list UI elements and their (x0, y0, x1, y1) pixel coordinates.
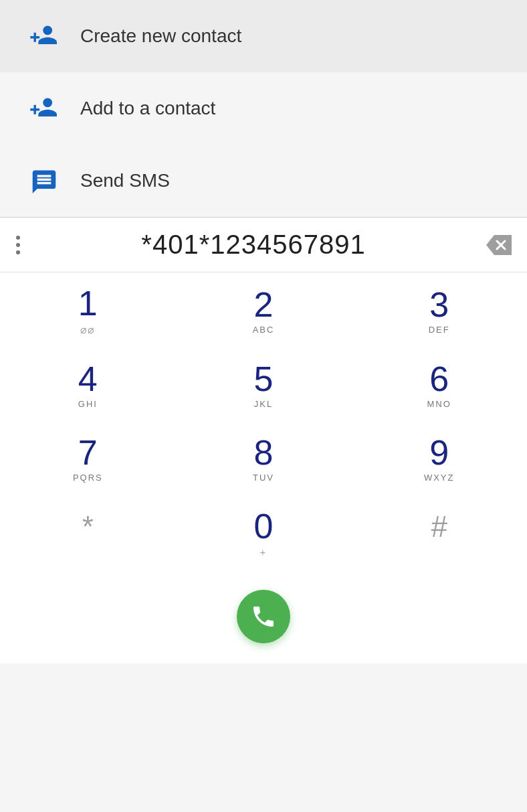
key-8-sub: TUV (253, 473, 274, 483)
key-3-digit: 3 (429, 287, 449, 322)
key-9[interactable]: 9 WXYZ (351, 422, 527, 495)
key-7[interactable]: 7 PQRS (0, 422, 176, 495)
key-star[interactable]: * (0, 495, 176, 570)
phone-icon (250, 603, 277, 630)
key-1[interactable]: 1 ⌀⌀ (0, 272, 176, 348)
key-star-digit: * (82, 512, 94, 542)
backspace-button[interactable] (482, 232, 516, 258)
key-3-sub: DEF (429, 325, 450, 335)
key-5[interactable]: 5 JKL (176, 348, 352, 422)
key-1-digit: 1 (78, 286, 98, 321)
create-new-contact-item[interactable]: Create new contact (0, 0, 527, 72)
dot-1 (16, 236, 20, 240)
key-0[interactable]: 0 + (176, 495, 352, 570)
key-0-digit: 0 (254, 509, 274, 544)
sms-icon (27, 163, 62, 198)
key-9-digit: 9 (429, 435, 449, 470)
display-bar: *401*1234567891 (0, 218, 527, 272)
dialed-number-display: *401*1234567891 (25, 230, 482, 260)
key-0-sub: + (260, 546, 268, 558)
dot-2 (16, 243, 20, 247)
add-to-contact-label: Add to a contact (80, 98, 215, 119)
key-7-digit: 7 (78, 435, 98, 470)
key-hash[interactable]: # (351, 495, 527, 570)
call-row (0, 576, 527, 663)
keypad: 1 ⌀⌀ 2 ABC 3 DEF 4 GHI 5 JKL 6 MNO 7 PQR… (0, 272, 527, 576)
key-6-sub: MNO (427, 399, 451, 410)
key-3[interactable]: 3 DEF (351, 272, 527, 348)
key-7-sub: PQRS (73, 473, 103, 483)
key-5-sub: JKL (254, 399, 273, 410)
key-2-digit: 2 (254, 287, 274, 322)
key-hash-digit: # (431, 512, 447, 542)
add-to-contact-item[interactable]: Add to a contact (0, 72, 527, 145)
key-2-sub: ABC (253, 325, 275, 335)
key-9-sub: WXYZ (424, 473, 455, 483)
key-1-sub: ⌀⌀ (80, 323, 95, 336)
key-4-sub: GHI (78, 399, 98, 410)
send-sms-item[interactable]: Send SMS (0, 145, 527, 217)
key-6[interactable]: 6 MNO (351, 348, 527, 422)
key-2[interactable]: 2 ABC (176, 272, 352, 348)
key-4[interactable]: 4 GHI (0, 348, 176, 422)
key-8-digit: 8 (254, 435, 274, 470)
call-button[interactable] (237, 590, 290, 643)
add-contact-icon (27, 19, 62, 54)
key-6-digit: 6 (429, 361, 449, 396)
send-sms-label: Send SMS (80, 170, 170, 191)
menu-section: Create new contact Add to a contact Send… (0, 0, 527, 217)
key-8[interactable]: 8 TUV (176, 422, 352, 495)
add-to-contact-icon (27, 91, 62, 126)
key-5-digit: 5 (254, 361, 274, 396)
overflow-menu-button[interactable] (11, 230, 25, 260)
dot-3 (16, 250, 20, 254)
key-4-digit: 4 (78, 361, 98, 396)
dialpad-section: *401*1234567891 1 ⌀⌀ 2 ABC 3 DEF 4 GHI (0, 218, 527, 663)
svg-marker-0 (486, 235, 512, 255)
create-new-contact-label: Create new contact (80, 25, 241, 47)
